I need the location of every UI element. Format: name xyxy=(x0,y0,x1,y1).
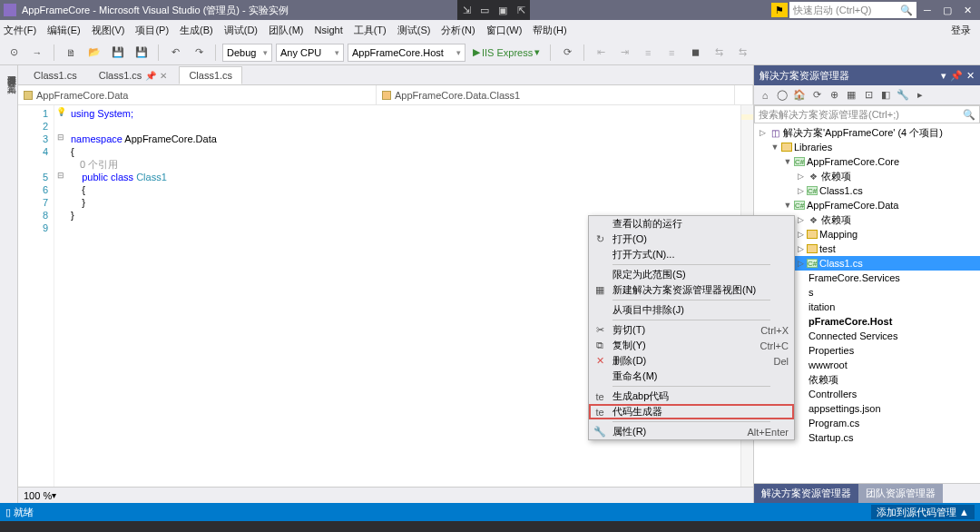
class-dropdown[interactable]: AppFrameCore.Data.Class1 xyxy=(377,85,735,104)
run-button[interactable]: ▶ IIS Express ▾ xyxy=(469,44,544,62)
menu-view[interactable]: 视图(V) xyxy=(92,24,125,37)
menu-project[interactable]: 项目(P) xyxy=(135,24,169,37)
context-menu-item[interactable]: 打开方式(N)... xyxy=(589,247,794,262)
more-icon[interactable]: ▸ xyxy=(913,88,927,103)
refresh-icon[interactable]: ⟳ xyxy=(809,88,824,103)
maximize-button[interactable]: ▢ xyxy=(938,5,956,16)
properties-icon[interactable]: ⊡ xyxy=(861,88,876,103)
editor-tab[interactable]: Class1.cs xyxy=(179,66,242,84)
save-all-icon[interactable]: 💾 xyxy=(132,44,152,62)
member-dropdown[interactable] xyxy=(735,85,753,104)
float-icon[interactable]: ▣ xyxy=(494,0,512,20)
browser-link-icon[interactable]: ⟳ xyxy=(557,44,577,62)
tree-row[interactable]: ▷C#Class1.cs xyxy=(754,183,980,198)
step-icon[interactable]: ≡ xyxy=(662,44,681,62)
bookmark-icon[interactable]: ◼ xyxy=(685,44,705,62)
new-project-icon[interactable]: 🗎 xyxy=(61,44,81,62)
menu-tools[interactable]: 工具(T) xyxy=(354,24,387,37)
menu-edit[interactable]: 编辑(E) xyxy=(47,24,81,37)
float-icon[interactable]: ⇱ xyxy=(512,0,530,20)
context-menu-item[interactable]: 从项目中排除(J) xyxy=(589,302,794,318)
tree-row[interactable]: ▼C#AppFrameCore.Data xyxy=(754,198,980,212)
chevron-icon[interactable]: ▼ xyxy=(783,201,792,210)
menu-nsight[interactable]: Nsight xyxy=(315,25,343,35)
menu-file[interactable]: 文件(F) xyxy=(4,24,36,37)
open-icon[interactable]: 📂 xyxy=(84,44,104,62)
step-icon[interactable]: ⇆ xyxy=(709,44,729,62)
editor-tab[interactable]: Class1.cs xyxy=(24,66,87,84)
minimize-button[interactable]: ─ xyxy=(918,5,936,15)
platform-dropdown[interactable]: Any CPU▾ xyxy=(276,44,344,62)
source-control-button[interactable]: 添加到源代码管理 ▲ xyxy=(871,505,975,519)
fold-gutter[interactable]: 💡⊟⊟ xyxy=(54,105,67,487)
tree-row[interactable]: ▼C#AppFrameCore.Core xyxy=(754,154,980,169)
chevron-icon[interactable]: ▼ xyxy=(783,157,792,166)
home-icon[interactable]: ⌂ xyxy=(758,88,772,103)
collapse-icon[interactable]: ⊕ xyxy=(827,88,841,103)
step-icon[interactable]: ⇆ xyxy=(732,44,752,62)
chevron-icon[interactable]: ▷ xyxy=(796,172,805,181)
step-icon[interactable]: ≡ xyxy=(638,44,658,62)
menu-analyze[interactable]: 分析(N) xyxy=(441,24,475,37)
menu-team[interactable]: 团队(M) xyxy=(269,24,304,37)
login-link[interactable]: 登录 xyxy=(951,24,976,37)
panel-menu-icon[interactable]: ▾ xyxy=(941,70,946,82)
context-menu-item[interactable]: 限定为此范围(S) xyxy=(589,267,794,282)
close-panel-icon[interactable]: ✕ xyxy=(966,70,975,82)
chevron-icon[interactable]: ▷ xyxy=(758,128,767,137)
save-icon[interactable]: 💾 xyxy=(108,44,128,62)
menu-help[interactable]: 帮助(H) xyxy=(533,24,566,37)
tab-solution-explorer[interactable]: 解决方案资源管理器 xyxy=(754,484,858,503)
menu-test[interactable]: 测试(S) xyxy=(397,24,431,37)
editor-tab[interactable]: Class1.cs📌✕ xyxy=(89,66,178,84)
context-menu-item[interactable]: ✂剪切(T)Ctrl+X xyxy=(589,322,794,338)
menu-build[interactable]: 生成(B) xyxy=(180,24,213,37)
step-icon[interactable]: ⇥ xyxy=(614,44,634,62)
sync-icon[interactable]: 🏠 xyxy=(792,88,807,103)
nav-fwd-icon[interactable]: → xyxy=(27,44,47,62)
pin-icon[interactable]: 📌 xyxy=(950,70,963,82)
chevron-icon[interactable]: ▷ xyxy=(796,215,805,224)
config-dropdown[interactable]: Debug▾ xyxy=(222,44,272,62)
redo-icon[interactable]: ↷ xyxy=(189,44,209,62)
context-menu-item[interactable]: te代码生成器 xyxy=(589,404,794,419)
tab-team-explorer[interactable]: 团队资源管理器 xyxy=(858,484,943,503)
notifications-icon[interactable]: ⚑ xyxy=(771,3,788,17)
solution-search[interactable]: 搜索解决方案资源管理器(Ctrl+;) 🔍 xyxy=(754,105,980,123)
startup-dropdown[interactable]: AppFrameCore.Host▾ xyxy=(348,44,466,62)
context-menu-item[interactable]: ✕删除(D)Del xyxy=(589,353,794,369)
show-all-icon[interactable]: ▦ xyxy=(844,88,858,103)
undo-icon[interactable]: ↶ xyxy=(165,44,185,62)
back-icon[interactable]: ◯ xyxy=(775,88,789,103)
left-tool-strip[interactable]: 服务器资源管理器 工具箱 xyxy=(0,65,18,503)
wrench-icon[interactable]: 🔧 xyxy=(896,88,910,103)
menu-window[interactable]: 窗口(W) xyxy=(486,24,523,37)
floating-debug-toolbar[interactable]: ⇲ ▭ ▣ ⇱ xyxy=(457,0,530,20)
zoom-level[interactable]: 100 % ▾ xyxy=(18,487,753,503)
step-icon[interactable]: ⇤ xyxy=(591,44,611,62)
float-icon[interactable]: ⇲ xyxy=(457,0,475,20)
context-menu-item[interactable]: te生成abp代码 xyxy=(589,389,794,404)
preview-icon[interactable]: ◧ xyxy=(878,88,893,103)
namespace-dropdown[interactable]: AppFrameCore.Data xyxy=(18,85,377,104)
tree-row[interactable]: ▷❖依赖项 xyxy=(754,169,980,183)
context-menu-item[interactable]: ⧉复制(Y)Ctrl+C xyxy=(589,338,794,353)
chevron-icon[interactable]: ▷ xyxy=(796,230,805,239)
context-menu-item[interactable]: ▦新建解决方案资源管理器视图(N) xyxy=(589,282,794,298)
tree-solution-root[interactable]: ▷ ◫ 解决方案'AppFrameCore' (4 个项目) xyxy=(754,125,980,140)
pin-icon[interactable]: 📌 xyxy=(145,71,156,81)
context-menu-item[interactable]: 重命名(M) xyxy=(589,369,794,384)
context-menu-item[interactable]: 查看以前的运行 xyxy=(589,216,794,232)
menu-debug[interactable]: 调试(D) xyxy=(224,24,258,37)
close-tab-icon[interactable]: ✕ xyxy=(160,71,167,81)
chevron-icon[interactable]: ▷ xyxy=(796,259,805,268)
chevron-icon[interactable]: ▷ xyxy=(796,244,805,253)
float-icon[interactable]: ▭ xyxy=(475,0,494,20)
chevron-icon[interactable]: ▼ xyxy=(770,143,779,152)
quick-launch-input[interactable]: 快速启动 (Ctrl+Q) 🔍 xyxy=(789,2,916,18)
nav-back-icon[interactable]: ⊙ xyxy=(4,44,24,62)
context-menu-item[interactable]: ↻打开(O) xyxy=(589,232,794,247)
close-button[interactable]: ✕ xyxy=(958,5,976,16)
context-menu-item[interactable]: 🔧属性(R)Alt+Enter xyxy=(589,424,794,439)
chevron-icon[interactable]: ▷ xyxy=(796,186,805,195)
